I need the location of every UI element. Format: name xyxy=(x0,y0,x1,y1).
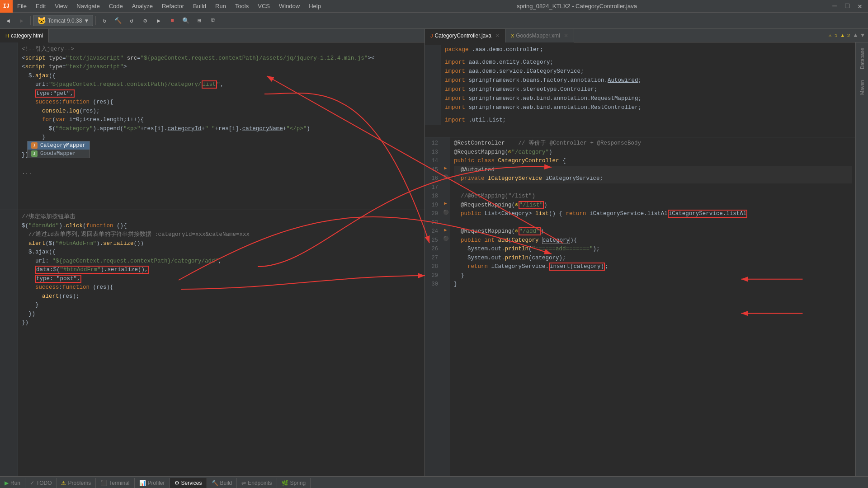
html-file-icon: H xyxy=(5,33,9,38)
close-button[interactable]: ✕ xyxy=(854,0,866,13)
menu-analyze[interactable]: Analyze xyxy=(127,1,157,11)
forward-button[interactable]: ▶ xyxy=(15,14,28,27)
terminal-icon: ⬛ xyxy=(100,480,107,486)
scroll-down[interactable]: ▼ xyxy=(861,32,864,39)
xml-file-icon: X xyxy=(511,33,514,38)
menu-navigate[interactable]: Navigate xyxy=(72,1,104,11)
autocomplete-item-category[interactable]: I CategoryMapper xyxy=(28,141,90,150)
spring-icon: 🌿 xyxy=(282,480,288,486)
java-file-icon: J xyxy=(430,33,433,38)
left-editor-area[interactable]: <!--引入jqery--> <script type="text/javasc… xyxy=(0,42,425,210)
right-sidebar: Database Maven xyxy=(855,42,868,476)
mapper-icon-goods: I xyxy=(31,150,38,157)
right-gutter-icons: ▶ ⚫ ▶ ⚫ ▶ ⚫ xyxy=(441,137,450,476)
profiler-icon: 📊 xyxy=(139,480,146,486)
window-title: spring_0824_KTLX2 - CategoryController.j… xyxy=(326,3,828,9)
coverage-button[interactable]: ▶ xyxy=(152,14,165,27)
menu-edit[interactable]: Edit xyxy=(31,1,50,11)
todo-icon: ✓ xyxy=(30,480,34,486)
menu-view[interactable]: View xyxy=(50,1,72,11)
right-import-gutter xyxy=(425,45,441,125)
minimize-button[interactable]: ─ xyxy=(828,0,841,13)
search-button[interactable]: 🔍 xyxy=(179,14,192,27)
toolbar-separator-1 xyxy=(30,16,31,25)
refresh2-button[interactable]: ↺ xyxy=(125,14,138,27)
tab-todo[interactable]: ✓ TODO xyxy=(25,478,57,488)
editor-alerts: ⚠ 1 ▲ 2 ▲ ▼ xyxy=(829,32,868,39)
menu-bar: IJ File Edit View Navigate Code Analyze … xyxy=(0,0,868,13)
bottom-panel: ▶ Run ✓ TODO ⚠ Problems ⬛ Terminal 📊 Pro… xyxy=(0,476,868,488)
tab-run[interactable]: ▶ Run xyxy=(0,478,25,488)
left-line-numbers xyxy=(0,42,18,210)
close-tab-controller[interactable]: ✕ xyxy=(495,33,500,39)
left-bottom-gutter xyxy=(0,210,18,476)
tab-problems[interactable]: ⚠ Problems xyxy=(57,478,96,488)
autocomplete-popup: I CategoryMapper I GoodsMapper xyxy=(27,141,90,158)
toolbar-separator-2 xyxy=(95,16,96,25)
tab-profiler[interactable]: 📊 Profiler xyxy=(135,478,170,488)
mapper-icon: I xyxy=(31,142,38,149)
right-pane: J CategoryController.java ✕ X GoodsMappe… xyxy=(425,29,868,476)
menu-refactor[interactable]: Refactor xyxy=(157,1,189,11)
tab-terminal[interactable]: ⬛ Terminal xyxy=(96,478,134,488)
warning-count: ⚠ 1 xyxy=(829,33,838,38)
right-line-gutter: 12 13 14 15 16 17 18 19 20 23 24 25 xyxy=(425,137,441,476)
toolbar: ◀ ▶ 🐱 Tomcat 9.0.38 ▼ ↻ 🔨 ↺ ⚙ ▶ ■ 🔍 ⊞ ⧉ xyxy=(0,13,868,29)
right-code-content: @RestController // 等价于 @Controller + @Re… xyxy=(450,137,855,476)
menu-items: File Edit View Navigate Code Analyze Ref… xyxy=(13,1,326,11)
problems-icon: ⚠ xyxy=(61,480,66,486)
left-pane: H category.html <!--引入jqery--> <script t… xyxy=(0,29,425,476)
tab-goods-mapper[interactable]: X GoodsMapper.xml ✕ xyxy=(505,29,574,42)
right-code-wrapper: package .aaa.demo.controller; import aaa… xyxy=(425,42,855,476)
right-import-content: package .aaa.demo.controller; import aaa… xyxy=(441,45,855,125)
app-logo: IJ xyxy=(0,0,13,13)
main-area: H category.html <!--引入jqery--> <script t… xyxy=(0,29,868,476)
menu-help[interactable]: Help xyxy=(304,1,326,11)
tab-category-html[interactable]: H category.html xyxy=(0,29,49,42)
left-editor-tabs: H category.html xyxy=(0,29,425,42)
info-count: ▲ 2 xyxy=(841,33,850,38)
sidebar-database-label[interactable]: Database xyxy=(858,42,867,75)
tab-endpoints[interactable]: ⇌ Endpoints xyxy=(237,478,277,488)
close-tab-mapper[interactable]: ✕ xyxy=(564,33,568,39)
menu-window[interactable]: Window xyxy=(274,1,304,11)
tab-build[interactable]: 🔨 Build xyxy=(207,478,237,488)
tab-category-controller[interactable]: J CategoryController.java ✕ xyxy=(425,29,505,42)
run-icon: ▶ xyxy=(5,480,9,486)
expand-button[interactable]: ⊞ xyxy=(193,14,206,27)
tab-services[interactable]: ⚙ Services xyxy=(170,478,207,488)
build-icon: 🔨 xyxy=(212,480,218,486)
split-button[interactable]: ⧉ xyxy=(207,14,219,27)
menu-tools[interactable]: Tools xyxy=(231,1,253,11)
menu-build[interactable]: Build xyxy=(189,1,211,11)
right-main-code[interactable]: 12 13 14 15 16 17 18 19 20 23 24 25 xyxy=(425,137,855,476)
maximize-button[interactable]: □ xyxy=(841,0,854,13)
right-editor-tabs: J CategoryController.java ✕ X GoodsMappe… xyxy=(425,29,868,42)
menu-run[interactable]: Run xyxy=(211,1,231,11)
right-imports-area[interactable]: package .aaa.demo.controller; import aaa… xyxy=(425,42,855,137)
refresh-button[interactable]: ↻ xyxy=(98,14,111,27)
menu-code[interactable]: Code xyxy=(104,1,127,11)
menu-file[interactable]: File xyxy=(13,1,31,11)
sidebar-maven-label[interactable]: Maven xyxy=(858,75,867,100)
left-code-content: <!--引入jqery--> <script type="text/javasc… xyxy=(18,42,425,210)
tab-spring[interactable]: 🌿 Spring xyxy=(277,478,311,488)
window-controls: ─ □ ✕ xyxy=(828,0,866,13)
back-button[interactable]: ◀ xyxy=(2,14,14,27)
bottom-tabs: ▶ Run ✓ TODO ⚠ Problems ⬛ Terminal 📊 Pro… xyxy=(0,477,868,488)
left-bottom-code-content: //绑定添加按钮单击 $("#btnAdd").click(function (… xyxy=(18,210,425,476)
settings-icon[interactable]: ⚙ xyxy=(139,14,151,27)
endpoints-icon: ⇌ xyxy=(241,480,246,486)
left-bottom-code[interactable]: //绑定添加按钮单击 $("#btnAdd").click(function (… xyxy=(0,210,425,476)
menu-vcs[interactable]: VCS xyxy=(253,1,274,11)
build-button[interactable]: 🔨 xyxy=(112,14,124,27)
autocomplete-item-goods[interactable]: I GoodsMapper xyxy=(28,150,90,158)
services-icon: ⚙ xyxy=(175,480,179,486)
right-editor-body: package .aaa.demo.controller; import aaa… xyxy=(425,42,868,476)
tomcat-selector[interactable]: 🐱 Tomcat 9.0.38 ▼ xyxy=(33,15,93,26)
scroll-up[interactable]: ▲ xyxy=(854,32,857,39)
stop-button[interactable]: ■ xyxy=(166,14,179,27)
